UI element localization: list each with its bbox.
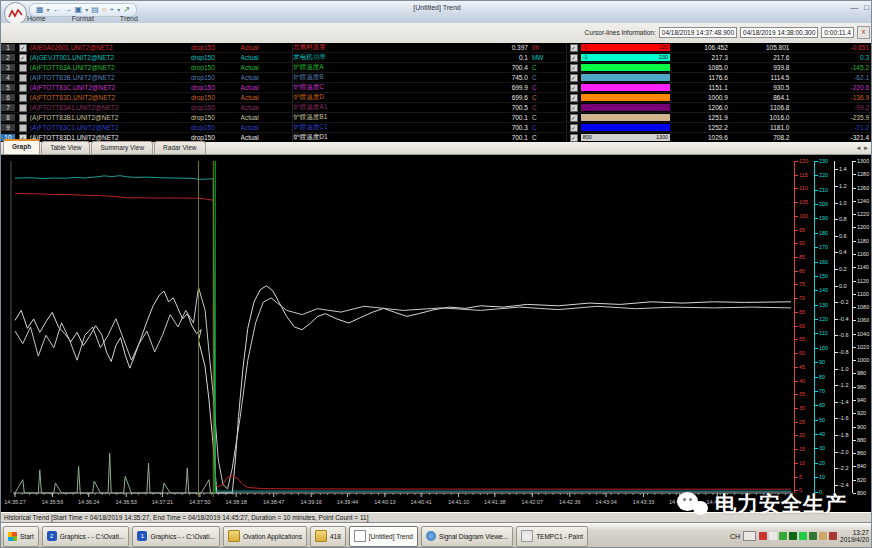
tab-radar-view[interactable]: Radar View — [154, 141, 205, 154]
scale-color-bar[interactable]: 8001300 — [581, 134, 671, 141]
scale-color-bar[interactable] — [581, 84, 671, 91]
scale-checkbox[interactable]: ✓ — [570, 124, 578, 132]
tray-icon[interactable] — [789, 532, 797, 540]
scale-checkbox[interactable]: ✓ — [570, 74, 578, 82]
table-row[interactable]: 4(A)FTOTT83B.UNIT2@NET2drop150Actual炉膛温度… — [1, 73, 872, 83]
tab-summary-view[interactable]: Summary View — [91, 141, 153, 154]
scale-checkbox[interactable]: ✓ — [570, 84, 578, 92]
visible-checkbox[interactable] — [19, 104, 27, 112]
table-row[interactable]: 7(A)FTOTT83A1.UNIT2@NET2drop150Actual炉膛温… — [1, 103, 872, 113]
cursor2-value: 1016.0 — [732, 114, 794, 121]
scale-color-bar[interactable]: -1230 — [581, 54, 671, 61]
mw-axis-label: 110 — [819, 330, 828, 336]
scale-color-bar[interactable] — [581, 104, 671, 111]
table-row[interactable]: 6(A)FTOTT83D.UNIT2@NET2drop150Actual炉膛温度… — [1, 93, 872, 103]
tray-icon[interactable] — [799, 532, 807, 540]
visible-checkbox[interactable] — [19, 64, 27, 72]
tab-scroll-arrows[interactable]: ◄ ► — [855, 145, 869, 151]
row-number: 4 — [1, 74, 16, 81]
scale-checkbox[interactable]: ✓ — [570, 44, 578, 52]
scale-color-bar[interactable]: -1120 — [581, 44, 671, 51]
cursor-delta-field[interactable]: 0:00:11.4 — [821, 27, 854, 38]
taskbar-button-graphics-c-ovati-[interactable]: 2Graphics - - C:\Ovati... — [42, 526, 130, 547]
kpa-axis-label: -2.4 — [839, 482, 848, 488]
close-icon[interactable]: x — [857, 26, 870, 39]
visible-checkbox[interactable]: ✓ — [19, 54, 27, 62]
kpa-axis-label: -0.6 — [839, 332, 848, 338]
cursor1-value: 1085.0 — [670, 64, 732, 71]
language-indicator[interactable]: CH — [730, 533, 740, 540]
taskbar-button-tempc1-paint[interactable]: pTEMPC1 - Paint — [516, 526, 588, 547]
visible-checkbox[interactable] — [19, 124, 27, 132]
scale-checkbox[interactable]: ✓ — [570, 114, 578, 122]
tab-graph[interactable]: Graph — [3, 139, 40, 154]
cursor-difference: 0.3 — [793, 54, 872, 61]
visible-checkbox[interactable]: ✓ — [19, 44, 27, 52]
row-number: 2 — [1, 54, 16, 61]
menu-home[interactable]: Home — [27, 14, 46, 23]
tray-icon[interactable] — [809, 532, 817, 540]
row-number: 7 — [1, 104, 16, 111]
scale-color-bar[interactable] — [581, 114, 671, 121]
visible-checkbox[interactable] — [19, 114, 27, 122]
table-row[interactable]: 2✓(A)GEVJT001.UNIT2@NET2drop150Actual发电机… — [1, 53, 872, 63]
window-controls: — □ — [850, 3, 869, 12]
time-tick-label: 14:43:04 — [595, 499, 616, 505]
minimize-button[interactable]: — — [850, 3, 858, 12]
scale-color-bar[interactable] — [581, 74, 671, 81]
cursor2-time-field[interactable]: 04/18/2019 14:38:00.300 — [740, 27, 818, 38]
table-row[interactable]: 9(A)FTOTT83C1.UNIT2@NET2drop150Actual炉膛温… — [1, 123, 872, 133]
temp-axis-label: 1100 — [857, 291, 869, 297]
tray-icon[interactable] — [819, 532, 827, 540]
table-row[interactable]: 5(A)FTOTT83C.UNIT2@NET2drop150Actual炉膛温度… — [1, 83, 872, 93]
temp-axis-label: 900 — [857, 424, 866, 430]
mw-axis-label: 30 — [819, 445, 825, 451]
trend-icon: ~ — [354, 530, 366, 542]
system-tray: CH 13:27 2019/4/20 — [730, 529, 871, 543]
taskbar-clock[interactable]: 13:27 2019/4/20 — [840, 529, 869, 543]
kpa-axis-label: 0.0 — [839, 283, 847, 289]
visible-checkbox[interactable] — [19, 84, 27, 92]
time-tick-label: 14:39:16 — [300, 499, 321, 505]
tray-icon[interactable] — [829, 532, 837, 540]
visible-checkbox[interactable] — [19, 74, 27, 82]
scale-checkbox[interactable]: ✓ — [570, 54, 578, 62]
paint-icon: p — [521, 530, 533, 542]
cursor-difference: -62.1 — [793, 74, 872, 81]
series-generator-power — [15, 176, 791, 492]
scale-checkbox[interactable]: ✓ — [570, 94, 578, 102]
table-row[interactable]: 8(A)FTOTT83B1.UNIT2@NET2drop150Actual炉膛温… — [1, 113, 872, 123]
cursor1-value: 1000.9 — [670, 94, 732, 101]
scale-color-bar[interactable] — [581, 94, 671, 101]
taskbar-button-ovation-applications[interactable]: Ovation Applications — [223, 526, 307, 547]
scale-checkbox[interactable]: ✓ — [570, 104, 578, 112]
menu-format[interactable]: Format — [72, 14, 94, 23]
taskbar-button-graphics-c-ovati-[interactable]: 1Graphics - - C:\Ovati... — [132, 526, 220, 547]
mw-axis-label: 160 — [819, 259, 828, 265]
fuel-axis-label: 40 — [799, 378, 805, 384]
tab-table-view[interactable]: Table View — [41, 141, 90, 154]
trend-graph-area[interactable]: 1201151101051009590858075706560555045403… — [1, 155, 872, 512]
cursor1-value: 106.452 — [670, 44, 732, 51]
kpa-axis-label: 0.8 — [839, 216, 847, 222]
restore-button[interactable]: □ — [864, 3, 869, 12]
menu-trend[interactable]: Trend — [120, 14, 138, 23]
num1-icon: 1 — [137, 531, 147, 541]
tray-icon[interactable] — [759, 532, 767, 540]
taskbar-button-signal-diagram-viewe-[interactable]: Signal Diagram Viewe... — [421, 526, 513, 547]
keyboard-icon[interactable] — [743, 531, 756, 541]
cursor1-time-field[interactable]: 04/18/2019 14:37:48.900 — [659, 27, 737, 38]
visible-checkbox[interactable] — [19, 94, 27, 102]
title-bar: ▦ ▾ ← → ▣ ▾ ▤ ○ + ▾ ↗ Home Format Trend … — [1, 1, 872, 24]
tray-icon[interactable] — [769, 532, 777, 540]
tray-icon[interactable] — [779, 532, 787, 540]
scale-checkbox[interactable]: ✓ — [570, 134, 578, 142]
start-button[interactable]: Start — [3, 526, 39, 547]
scale-checkbox[interactable]: ✓ — [570, 64, 578, 72]
table-row[interactable]: 3(A)FTOTT83A.UNIT2@NET2drop150Actual炉膛温度… — [1, 63, 872, 73]
scale-color-bar[interactable] — [581, 64, 671, 71]
scale-color-bar[interactable] — [581, 124, 671, 131]
taskbar-button--untitled-trend[interactable]: ~[Untitled] Trend — [349, 526, 418, 547]
taskbar-button-418[interactable]: 418 — [310, 526, 346, 547]
table-row[interactable]: 1✓(A)E0A02601.UNIT2@NET2drop150Actual总燃料… — [1, 43, 872, 53]
